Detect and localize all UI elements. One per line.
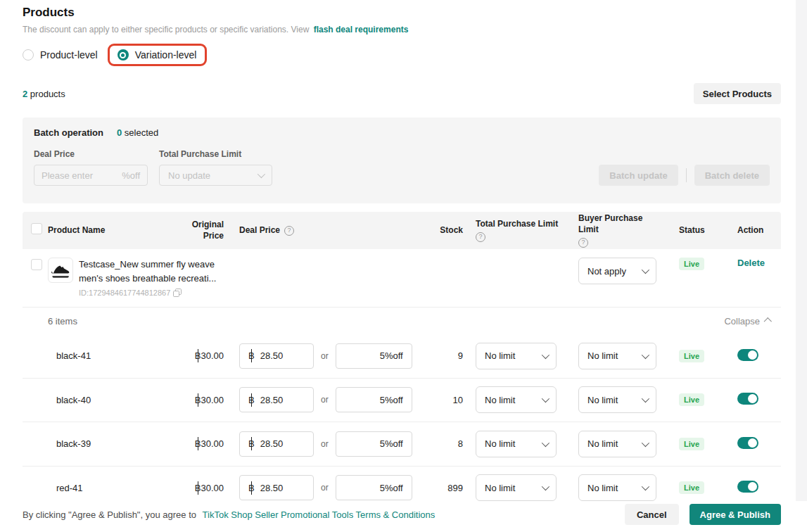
buyer-limit-select[interactable]: No limit bbox=[578, 474, 656, 501]
total-limit-select[interactable]: No limit bbox=[476, 343, 557, 369]
radio-variation-level[interactable]: Variation-level bbox=[117, 49, 197, 61]
stock-value: 899 bbox=[431, 483, 463, 493]
status-badge: Live bbox=[679, 481, 704, 494]
col-buyer-limit-label: Buyer Purchase Limit bbox=[578, 213, 656, 235]
deal-price-suffix: %off bbox=[122, 170, 140, 181]
total-limit-select[interactable]: No limit bbox=[476, 386, 557, 413]
stock-value: 9 bbox=[431, 350, 463, 361]
select-products-button[interactable]: Select Products bbox=[694, 83, 781, 104]
status-badge: Live bbox=[679, 350, 704, 362]
deal-price-input[interactable] bbox=[260, 438, 305, 449]
percent-off-input[interactable] bbox=[345, 395, 403, 405]
percent-off-input[interactable] bbox=[345, 483, 403, 493]
products-count-number: 2 bbox=[23, 89, 27, 99]
terms-link[interactable]: TikTok Shop Seller Promotional Tools Ter… bbox=[203, 509, 436, 520]
scrollbar-track bbox=[796, 0, 807, 501]
variation-name: black-41 bbox=[48, 350, 184, 361]
deal-price-input[interactable] bbox=[260, 350, 305, 361]
variation-items-count: 6 items bbox=[48, 316, 77, 327]
table-header: Product Name Original Price Deal Price ?… bbox=[23, 212, 781, 249]
variation-toggle[interactable] bbox=[737, 393, 758, 405]
variation-original-price: B30.00 bbox=[184, 350, 224, 361]
col-deal-price: Deal Price ? bbox=[224, 225, 431, 236]
page-title: Products bbox=[23, 6, 781, 20]
buyer-limit-value: No limit bbox=[587, 395, 618, 405]
batch-operation-title: Batch operation bbox=[34, 127, 103, 138]
flash-deal-requirements-link[interactable]: flash deal requirements bbox=[314, 25, 409, 34]
variations-group-header: 6 items Collapse bbox=[23, 308, 781, 334]
percent-off-field bbox=[336, 387, 412, 412]
variation-row: black-39 B30.00 B or 8 No limit bbox=[23, 422, 781, 467]
variation-name: red-41 bbox=[48, 483, 184, 493]
product-buyer-limit-select[interactable]: Not apply bbox=[578, 258, 656, 284]
sneaker-image bbox=[49, 259, 72, 281]
deal-price-input[interactable] bbox=[260, 483, 305, 493]
help-icon[interactable]: ? bbox=[578, 238, 588, 248]
product-row: Testcase_New summer fly weave men's shoe… bbox=[23, 249, 781, 308]
product-image bbox=[48, 258, 73, 283]
status-badge: Live bbox=[679, 438, 704, 450]
collapse-toggle[interactable]: Collapse bbox=[724, 316, 771, 327]
agree-publish-button[interactable]: Agree & Publish bbox=[690, 504, 781, 525]
deal-price-field: B bbox=[239, 431, 314, 457]
radio-unselected-icon[interactable] bbox=[23, 49, 34, 61]
deal-price-field: B bbox=[239, 343, 314, 369]
product-checkbox[interactable] bbox=[31, 259, 42, 270]
level-radio-group: Product-level Variation-level bbox=[23, 44, 781, 66]
col-action: Action bbox=[715, 225, 781, 236]
chevron-up-icon bbox=[764, 317, 772, 325]
chevron-down-icon bbox=[642, 439, 649, 447]
buyer-limit-value: No limit bbox=[587, 438, 618, 449]
products-count-label: products bbox=[30, 89, 65, 99]
radio-variation-level-label: Variation-level bbox=[135, 49, 197, 61]
status-badge: Live bbox=[679, 393, 704, 406]
copy-icon[interactable] bbox=[173, 289, 182, 297]
baht-icon: B bbox=[248, 395, 255, 405]
chevron-down-icon bbox=[258, 170, 265, 178]
buyer-limit-select[interactable]: No limit bbox=[578, 431, 656, 457]
buyer-limit-value: No limit bbox=[587, 350, 618, 361]
subtitle-text: The discount can apply to either specifi… bbox=[23, 25, 309, 34]
total-limit-select[interactable]: No limit bbox=[476, 474, 557, 501]
help-icon[interactable]: ? bbox=[476, 232, 485, 242]
batch-deal-price-input[interactable]: Please enter %off bbox=[34, 165, 148, 186]
variation-toggle[interactable] bbox=[737, 481, 758, 493]
chevron-down-icon bbox=[542, 483, 549, 490]
batch-delete-button[interactable]: Batch delete bbox=[694, 165, 770, 186]
variation-name: black-40 bbox=[48, 395, 184, 405]
total-limit-value: No limit bbox=[485, 438, 515, 449]
product-id: ID:1729484617744812867 bbox=[79, 289, 220, 297]
products-count: 2 products bbox=[23, 89, 65, 99]
baht-icon: B bbox=[195, 438, 201, 449]
buyer-limit-select[interactable]: No limit bbox=[578, 386, 656, 413]
chevron-down-icon bbox=[642, 483, 649, 490]
product-name: Testcase_New summer fly weave men's shoe… bbox=[79, 258, 220, 286]
help-icon[interactable]: ? bbox=[284, 226, 294, 236]
total-limit-select[interactable]: No limit bbox=[476, 431, 557, 457]
radio-product-level[interactable]: Product-level bbox=[23, 49, 98, 61]
deal-price-input[interactable] bbox=[260, 395, 305, 405]
percent-off-input[interactable] bbox=[345, 350, 403, 361]
batch-purchase-limit-select[interactable]: No update bbox=[159, 165, 272, 186]
select-all-checkbox[interactable] bbox=[31, 223, 42, 234]
footer-bar: By clicking "Agree & Publish", you agree… bbox=[0, 501, 807, 532]
variation-original-price: B30.00 bbox=[184, 483, 224, 493]
main-content: Products The discount can apply to eithe… bbox=[0, 0, 807, 532]
radio-product-level-label: Product-level bbox=[40, 49, 98, 61]
cancel-button[interactable]: Cancel bbox=[625, 504, 679, 525]
variation-toggle[interactable] bbox=[737, 437, 758, 449]
total-purchase-limit-label: Total Purchase Limit bbox=[159, 149, 272, 159]
delete-link[interactable]: Delete bbox=[737, 258, 765, 268]
col-total-limit-label: Total Purchase Limit bbox=[476, 219, 558, 230]
products-table: Product Name Original Price Deal Price ?… bbox=[23, 212, 781, 510]
buyer-limit-select[interactable]: No limit bbox=[578, 343, 656, 369]
batch-selected-label: selected bbox=[125, 127, 158, 138]
batch-selected-count: 0 selected bbox=[117, 127, 158, 138]
batch-update-button[interactable]: Batch update bbox=[599, 165, 678, 186]
radio-selected-icon[interactable] bbox=[117, 49, 129, 61]
col-deal-price-label: Deal Price bbox=[239, 225, 280, 236]
baht-icon: B bbox=[248, 438, 255, 449]
percent-off-input[interactable] bbox=[345, 438, 403, 449]
products-toolbar: 2 products Select Products bbox=[23, 83, 781, 104]
variation-toggle[interactable] bbox=[737, 349, 758, 361]
